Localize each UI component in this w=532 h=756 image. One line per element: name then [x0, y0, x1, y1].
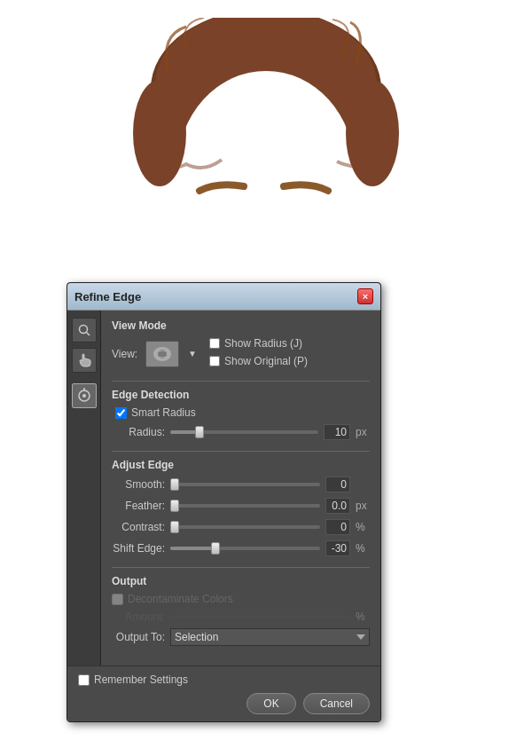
output-to-label: Output To: — [112, 631, 165, 643]
view-preview-image — [149, 344, 176, 364]
show-radius-row: Show Radius (J) — [209, 337, 370, 350]
hand-icon — [77, 352, 91, 368]
divider-2 — [112, 451, 370, 452]
edge-detection-title: Edge Detection — [112, 389, 370, 401]
output-title: Output — [112, 575, 370, 587]
zoom-tool-button[interactable] — [72, 318, 97, 343]
view-mode-section: View Mode View: ▼ — [112, 319, 370, 370]
shift-edge-slider-thumb[interactable] — [211, 542, 220, 555]
radius-label: Radius: — [112, 426, 165, 438]
feather-slider-track[interactable] — [170, 504, 320, 508]
view-mode-title: View Mode — [112, 319, 370, 332]
shift-edge-slider-track[interactable] — [170, 547, 320, 550]
shift-edge-label: Shift Edge: — [112, 542, 165, 555]
remember-settings-row: Remember Settings — [78, 673, 370, 686]
output-section: Output Decontaminate Colors Amount: % — [112, 575, 370, 646]
contrast-slider-thumb[interactable] — [170, 521, 179, 533]
adjust-edge-section: Adjust Edge Smooth: 0 Feather: — [112, 459, 370, 556]
svg-point-8 — [82, 394, 86, 398]
contrast-slider-row: Contrast: 0 % — [112, 519, 370, 535]
radius-slider-row: Radius: 10 px — [112, 424, 370, 440]
decontaminate-checkbox[interactable] — [112, 594, 123, 605]
adjust-edge-title: Adjust Edge — [112, 459, 370, 471]
shift-edge-value: -30 — [325, 540, 350, 556]
show-original-label[interactable]: Show Original (P) — [224, 355, 308, 367]
dialog-body: View Mode View: ▼ — [67, 311, 380, 665]
svg-point-4 — [346, 80, 399, 186]
smooth-slider-row: Smooth: 0 — [112, 476, 370, 492]
smart-radius-checkbox[interactable] — [115, 407, 127, 419]
show-original-row: Show Original (P) — [209, 355, 370, 367]
feather-unit: px — [356, 500, 370, 512]
radius-value-input[interactable]: 10 — [324, 424, 350, 440]
smooth-value: 0 — [325, 476, 350, 492]
view-thumbnail[interactable] — [145, 341, 179, 367]
refine-edge-dialog: Refine Edge × — [66, 282, 381, 722]
contrast-slider-track[interactable] — [170, 525, 320, 529]
hand-tool-button[interactable] — [72, 348, 97, 373]
shift-edge-slider-row: Shift Edge: -30 % — [112, 540, 370, 556]
contrast-unit: % — [356, 521, 370, 533]
show-original-checkbox[interactable] — [209, 356, 220, 366]
canvas-area: Refine Edge × — [0, 0, 532, 756]
amount-slider-track — [170, 615, 350, 618]
close-button[interactable]: × — [357, 288, 373, 304]
dialog-content: View Mode View: ▼ — [101, 311, 380, 665]
shift-edge-unit: % — [356, 542, 370, 555]
show-radius-label[interactable]: Show Radius (J) — [224, 337, 302, 350]
show-radius-checkbox[interactable] — [209, 338, 220, 349]
remember-settings-label[interactable]: Remember Settings — [94, 673, 188, 686]
feather-value: 0.0 — [325, 498, 350, 514]
view-label: View: — [112, 348, 138, 360]
dialog-title: Refine Edge — [74, 290, 141, 303]
smart-radius-row: Smart Radius — [115, 406, 370, 419]
head-illustration — [115, 18, 417, 284]
shift-edge-slider-fill — [170, 547, 215, 550]
dialog-titlebar: Refine Edge × — [67, 283, 380, 311]
dialog-bottom: Remember Settings OK Cancel — [67, 665, 380, 721]
left-toolbar — [67, 311, 101, 665]
svg-point-3 — [133, 80, 186, 186]
output-to-dropdown[interactable]: Selection Layer Mask New Layer New Layer… — [170, 628, 370, 646]
radius-slider-thumb[interactable] — [195, 426, 204, 438]
divider-3 — [112, 567, 370, 568]
output-to-row: Output To: Selection Layer Mask New Laye… — [112, 628, 370, 646]
edge-detection-section: Edge Detection Smart Radius Radius: 10 p… — [112, 389, 370, 440]
smooth-slider-track[interactable] — [170, 483, 320, 486]
button-row: OK Cancel — [78, 693, 370, 714]
feather-slider-thumb[interactable] — [170, 500, 179, 512]
cancel-button[interactable]: Cancel — [303, 693, 370, 714]
amount-slider-row: Amount: % — [112, 610, 370, 623]
view-mode-row: View: ▼ — [112, 337, 370, 370]
smooth-slider-thumb[interactable] — [170, 478, 179, 491]
ok-button[interactable]: OK — [246, 693, 295, 714]
contrast-label: Contrast: — [112, 521, 165, 533]
remember-settings-checkbox[interactable] — [78, 674, 90, 686]
brush-tool-button[interactable] — [72, 383, 97, 408]
amount-unit: % — [356, 610, 370, 623]
decontaminate-label: Decontaminate Colors — [128, 593, 233, 605]
radius-slider-track[interactable] — [170, 430, 318, 434]
divider-1 — [112, 381, 370, 382]
svg-line-6 — [86, 333, 90, 336]
view-dropdown-arrow[interactable]: ▼ — [186, 348, 199, 360]
smart-radius-label[interactable]: Smart Radius — [131, 406, 196, 419]
radius-unit: px — [356, 426, 370, 438]
feather-slider-row: Feather: 0.0 px — [112, 498, 370, 514]
zoom-icon — [77, 323, 91, 337]
feather-label: Feather: — [112, 500, 165, 512]
brush-icon — [76, 388, 92, 404]
svg-point-5 — [79, 326, 87, 334]
contrast-value: 0 — [325, 519, 350, 535]
decontaminate-row: Decontaminate Colors — [112, 593, 370, 605]
smooth-label: Smooth: — [112, 478, 165, 491]
amount-label: Amount: — [112, 610, 165, 623]
